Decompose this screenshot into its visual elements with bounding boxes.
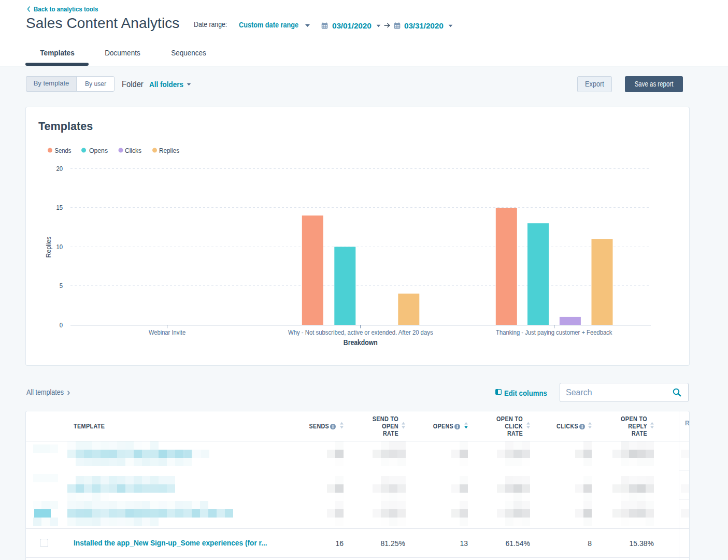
svg-text:5: 5	[60, 282, 63, 290]
svg-text:15: 15	[56, 204, 63, 211]
svg-text:Webinar Invite: Webinar Invite	[149, 329, 185, 336]
svg-text:Opens: Opens	[89, 147, 108, 154]
svg-text:Clicks: Clicks	[125, 147, 141, 154]
svg-text:Breakdown: Breakdown	[344, 338, 378, 347]
svg-text:Replies: Replies	[159, 147, 179, 154]
svg-text:Replies: Replies	[45, 236, 52, 257]
svg-text:0: 0	[60, 321, 63, 329]
svg-text:10: 10	[56, 243, 63, 251]
svg-text:20: 20	[56, 165, 63, 173]
svg-text:Why - Not subscribed, active o: Why - Not subscribed, active or extended…	[288, 329, 433, 336]
svg-text:Sends: Sends	[55, 147, 72, 154]
svg-text:Thanking - Just paying custome: Thanking - Just paying customer + Feedba…	[496, 329, 612, 336]
